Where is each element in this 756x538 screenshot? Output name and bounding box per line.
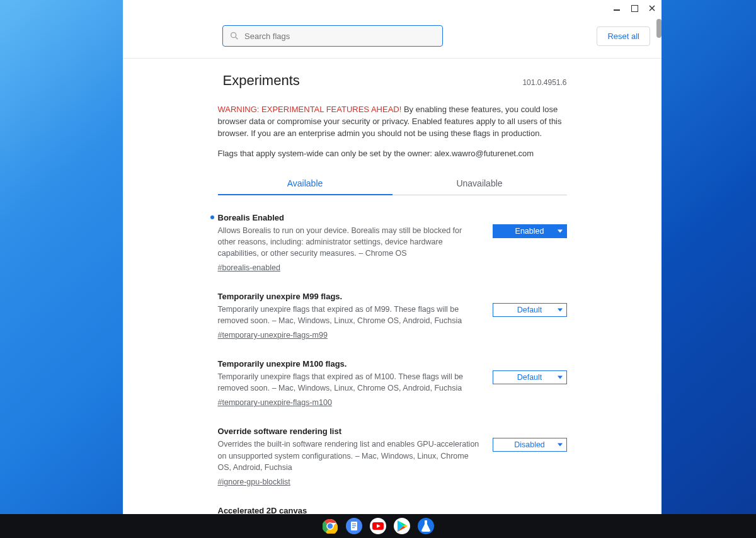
owner-note: Flags that apply system-wide can only be…: [218, 149, 567, 158]
svg-point-4: [328, 524, 333, 529]
window-controls: [611, 3, 658, 14]
flag-state-value: Default: [517, 306, 542, 314]
changed-indicator-icon: [210, 215, 214, 219]
flag-info: Temporarily unexpire M100 flags. Tempora…: [218, 359, 480, 408]
chevron-down-icon: [558, 376, 563, 379]
search-row: Reset all: [123, 0, 662, 59]
svg-rect-8: [352, 525, 356, 526]
docs-icon: [346, 518, 362, 534]
reset-all-button[interactable]: Reset all: [597, 26, 650, 46]
chevron-down-icon: [558, 229, 563, 232]
chevron-down-icon: [558, 444, 563, 447]
flag-state-value: Enabled: [515, 227, 544, 236]
flags-list: Borealis Enabled Allows Borealis to run …: [218, 213, 567, 517]
flag-permalink[interactable]: #ignore-gpu-blocklist: [218, 478, 290, 486]
chrome-icon: [323, 518, 338, 534]
warning-prefix: WARNING: EXPERIMENTAL FEATURES AHEAD!: [218, 105, 402, 114]
flag-title-text: Temporarily unexpire M99 flags.: [218, 292, 343, 301]
flag-description: Temporarily unexpire flags that expired …: [218, 371, 480, 394]
flag-state-value: Disabled: [514, 440, 545, 449]
window-minimize-button[interactable]: [611, 3, 622, 14]
search-box[interactable]: [222, 25, 443, 47]
content-scroll[interactable]: Experiments 101.0.4951.6 WARNING: EXPERI…: [123, 59, 662, 517]
flag-row: Temporarily unexpire M99 flags. Temporar…: [218, 292, 567, 340]
svg-line-1: [236, 37, 238, 39]
flag-permalink[interactable]: #borealis-enabled: [218, 263, 280, 272]
flag-info: Temporarily unexpire M99 flags. Temporar…: [218, 292, 480, 340]
svg-rect-7: [352, 524, 356, 524]
tab-unavailable[interactable]: Unavailable: [392, 172, 567, 195]
svg-rect-9: [352, 527, 355, 528]
search-input[interactable]: [244, 31, 436, 41]
shelf-play-store-icon[interactable]: [394, 518, 410, 534]
flag-state-select[interactable]: Enabled: [493, 224, 567, 238]
flag-control: Default: [493, 359, 567, 408]
shelf-chrome-icon[interactable]: [322, 518, 338, 534]
window-close-button[interactable]: [646, 3, 658, 14]
flag-title: Temporarily unexpire M100 flags.: [218, 359, 480, 369]
flag-state-select[interactable]: Default: [493, 303, 567, 317]
close-icon: [649, 5, 655, 11]
flag-control: Disabled: [493, 426, 567, 486]
flask-icon: [418, 518, 433, 534]
flag-title-text: Override software rendering list: [218, 426, 342, 436]
flag-control: Default: [493, 292, 567, 340]
shelf-docs-icon[interactable]: [346, 518, 362, 534]
flag-title-text: Temporarily unexpire M100 flags.: [218, 359, 347, 369]
flag-description: Temporarily unexpire flags that expired …: [218, 304, 480, 326]
flag-row: Borealis Enabled Allows Borealis to run …: [218, 213, 567, 273]
search-icon: [229, 31, 239, 41]
flag-row: Temporarily unexpire M100 flags. Tempora…: [218, 359, 567, 408]
window-maximize-button[interactable]: [629, 3, 640, 14]
flag-title-text: Borealis Enabled: [218, 213, 284, 222]
flag-title: Override software rendering list: [218, 426, 480, 436]
tabs: Available Unavailable: [218, 172, 567, 195]
flag-state-select[interactable]: Disabled: [493, 438, 567, 452]
tab-available[interactable]: Available: [218, 172, 392, 195]
svg-point-0: [231, 33, 236, 38]
flag-control: Enabled: [493, 213, 567, 273]
shelf-youtube-icon[interactable]: [370, 518, 386, 534]
flag-description: Overrides the built-in software renderin…: [218, 438, 480, 472]
flag-info: Override software rendering list Overrid…: [218, 426, 480, 486]
flag-permalink[interactable]: #temporary-unexpire-flags-m99: [218, 331, 328, 340]
youtube-icon: [370, 518, 386, 534]
play-store-icon: [394, 518, 410, 534]
flag-description: Allows Borealis to run on your device. B…: [218, 225, 480, 259]
warning-text: WARNING: EXPERIMENTAL FEATURES AHEAD! By…: [218, 104, 567, 140]
flag-row: Override software rendering list Overrid…: [218, 426, 567, 486]
flag-title: Borealis Enabled: [218, 213, 480, 222]
flag-state-value: Default: [517, 373, 542, 382]
content-inner: Experiments 101.0.4951.6 WARNING: EXPERI…: [218, 59, 567, 517]
flag-state-select[interactable]: Default: [493, 370, 567, 384]
chevron-down-icon: [558, 308, 563, 311]
app-window: Reset all Experiments 101.0.4951.6 WARNI…: [123, 0, 662, 517]
page-title: Experiments: [218, 72, 300, 89]
flag-permalink[interactable]: #temporary-unexpire-flags-m100: [218, 398, 332, 407]
title-row: Experiments 101.0.4951.6: [218, 72, 567, 89]
version-label: 101.0.4951.6: [522, 78, 566, 87]
flag-info: Borealis Enabled Allows Borealis to run …: [218, 213, 480, 273]
shelf: [0, 514, 756, 538]
shelf-flags-icon[interactable]: [418, 518, 434, 534]
scrollbar-thumb[interactable]: [656, 19, 662, 38]
flag-title: Temporarily unexpire M99 flags.: [218, 292, 480, 301]
